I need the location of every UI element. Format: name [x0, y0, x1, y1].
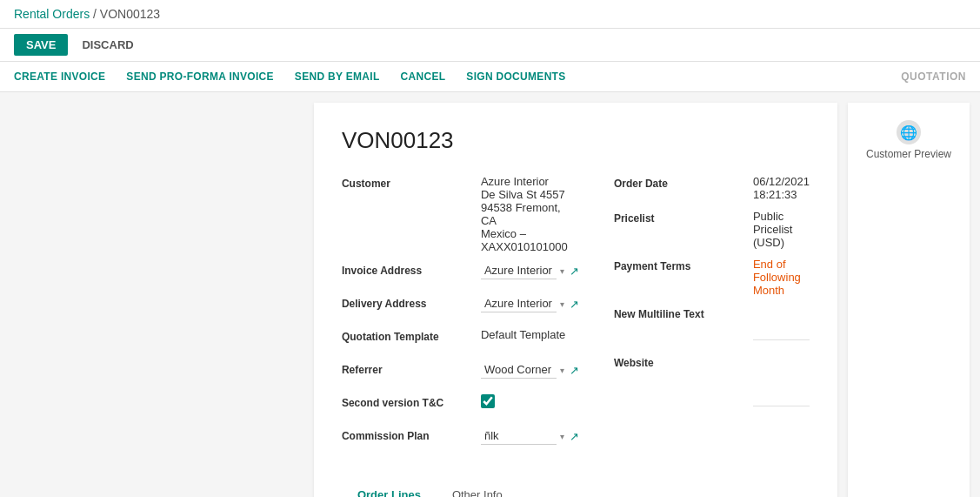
globe-icon: 🌐	[897, 120, 921, 144]
new-multiline-value[interactable]	[753, 306, 810, 340]
delivery-address-external-link[interactable]: ↗	[570, 298, 579, 311]
document-main: VON00123 Customer Azure Interior De Silv…	[314, 103, 837, 497]
payment-terms-field: Payment Terms End of Following Month	[614, 258, 810, 297]
pricelist-field: Pricelist Public Pricelist (USD)	[614, 210, 810, 249]
delivery-address-arrow: ▾	[560, 299, 564, 309]
invoice-address-external-link[interactable]: ↗	[570, 265, 579, 278]
customer-address: De Silva St 4557 94538 Fremont, CA Mexic…	[481, 188, 579, 253]
delivery-address-label: Delivery Address	[342, 295, 481, 310]
commission-plan-label: Commission Plan	[342, 427, 481, 442]
commission-plan-wrapper: ñlk ▾ ↗	[481, 427, 579, 445]
referrer-select[interactable]: Wood Corner	[481, 361, 557, 379]
status-badge: QUOTATION	[901, 71, 966, 83]
referrer-arrow: ▾	[560, 366, 564, 375]
second-version-tc-checkbox[interactable]	[481, 394, 495, 408]
commission-plan-field: Commission Plan ñlk ▾ ↗	[342, 427, 579, 452]
document-title: VON00123	[342, 127, 810, 154]
customer-field: Customer Azure Interior De Silva St 4557…	[342, 175, 579, 253]
send-by-email-button[interactable]: SEND BY EMAIL	[295, 67, 380, 86]
order-date-field: Order Date 06/12/2021 18:21:33	[614, 175, 810, 201]
invoice-address-arrow: ▾	[560, 266, 564, 276]
form-right: Order Date 06/12/2021 18:21:33 Pricelist…	[614, 175, 810, 460]
quotation-template-value: Default Template	[481, 328, 579, 341]
customer-preview-button[interactable]: 🌐 Customer Preview	[856, 111, 962, 169]
order-date-label: Order Date	[614, 175, 753, 190]
delivery-address-field: Delivery Address Azure Interior ▾ ↗	[342, 295, 579, 319]
invoice-address-select[interactable]: Azure Interior	[481, 262, 557, 279]
second-version-tc-label: Second version T&C	[342, 394, 481, 409]
second-version-tc-field: Second version T&C	[342, 394, 579, 419]
customer-preview-label: Customer Preview	[866, 148, 951, 160]
order-date-value: 06/12/2021 18:21:33	[753, 175, 810, 201]
send-pro-forma-button[interactable]: SEND PRO-FORMA INVOICE	[126, 67, 274, 86]
tab-order-lines[interactable]: Order Lines	[342, 481, 437, 497]
invoice-address-field: Invoice Address Azure Interior ▾ ↗	[342, 262, 579, 286]
breadcrumb-parent[interactable]: Rental Orders	[14, 7, 90, 21]
workflow-bar: CREATE INVOICE SEND PRO-FORMA INVOICE SE…	[0, 62, 980, 92]
invoice-address-wrapper: Azure Interior ▾ ↗	[481, 262, 579, 279]
new-multiline-field: New Multiline Text	[614, 306, 810, 340]
form-grid: Customer Azure Interior De Silva St 4557…	[342, 175, 810, 460]
document-area: VON00123 Customer Azure Interior De Silv…	[0, 92, 980, 497]
cancel-button[interactable]: CANCEL	[401, 67, 446, 86]
referrer-external-link[interactable]: ↗	[570, 364, 579, 377]
invoice-address-label: Invoice Address	[342, 262, 481, 277]
customer-label: Customer	[342, 175, 481, 190]
breadcrumb: Rental Orders / VON00123	[0, 0, 980, 29]
breadcrumb-current: VON00123	[100, 7, 160, 21]
address-line-3: Mexico – XAXX010101000	[481, 227, 579, 253]
payment-terms-value: End of Following Month	[753, 258, 810, 297]
address-line-1: De Silva St 4557	[481, 188, 579, 201]
referrer-label: Referrer	[342, 361, 481, 376]
website-field: Website	[614, 354, 810, 406]
quotation-template-label: Quotation Template	[342, 328, 481, 343]
website-label: Website	[614, 354, 753, 369]
commission-plan-select[interactable]: ñlk	[481, 427, 557, 445]
delivery-address-wrapper: Azure Interior ▾ ↗	[481, 295, 579, 312]
tabs-bar: Order Lines Other Info	[342, 481, 810, 497]
new-multiline-label: New Multiline Text	[614, 306, 753, 320]
address-line-2: 94538 Fremont, CA	[481, 201, 579, 227]
form-left: Customer Azure Interior De Silva St 4557…	[342, 175, 579, 460]
website-value[interactable]	[753, 354, 810, 406]
sign-documents-button[interactable]: SIGN DOCUMENTS	[466, 67, 565, 86]
discard-button[interactable]: DISCARD	[75, 34, 140, 56]
breadcrumb-separator: /	[93, 7, 100, 21]
delivery-address-select[interactable]: Azure Interior	[481, 295, 557, 312]
referrer-field: Referrer Wood Corner ▾ ↗	[342, 361, 579, 386]
commission-plan-external-link[interactable]: ↗	[570, 430, 579, 443]
pricelist-value: Public Pricelist (USD)	[753, 210, 810, 249]
customer-value: Azure Interior De Silva St 4557 94538 Fr…	[481, 175, 579, 253]
pricelist-label: Pricelist	[614, 210, 753, 225]
referrer-wrapper: Wood Corner ▾ ↗	[481, 361, 579, 379]
commission-plan-arrow: ▾	[560, 432, 564, 441]
tab-other-info[interactable]: Other Info	[437, 481, 518, 497]
payment-terms-label: Payment Terms	[614, 258, 753, 272]
save-button[interactable]: SAVE	[14, 34, 68, 56]
customer-link[interactable]: Azure Interior	[481, 175, 549, 188]
quotation-template-field: Quotation Template Default Template	[342, 328, 579, 353]
create-invoice-button[interactable]: CREATE INVOICE	[14, 67, 105, 86]
action-bar: SAVE DISCARD	[0, 29, 980, 62]
side-panel: 🌐 Customer Preview	[848, 103, 970, 497]
